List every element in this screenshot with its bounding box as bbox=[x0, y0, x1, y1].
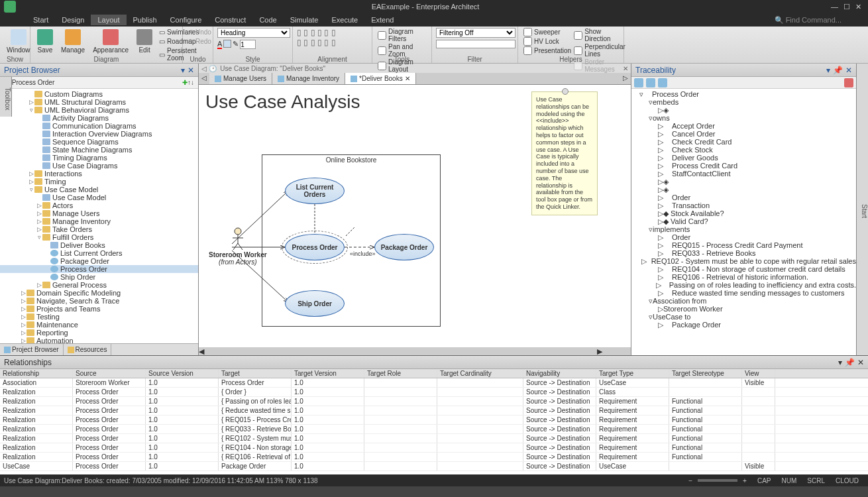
tree-item[interactable]: Deliver Books bbox=[0, 241, 198, 249]
trace-item[interactable]: ▷Check Stock bbox=[631, 146, 856, 154]
rel-row[interactable]: RealizationProcess Order1.0{ REQ015 - Pr… bbox=[0, 415, 868, 425]
tree-item[interactable]: Ship Order bbox=[0, 273, 198, 281]
app-menu-button[interactable] bbox=[4, 1, 16, 13]
rel-row[interactable]: RealizationProcess Order1.0{ Reduce wast… bbox=[0, 406, 868, 415]
project-tree[interactable]: Custom Diagrams▷UML Structural Diagrams▿… bbox=[0, 89, 198, 343]
rel-menu-icon[interactable]: ▾ bbox=[838, 358, 842, 367]
menu-design[interactable]: Design bbox=[55, 15, 91, 25]
diagram-filters-button[interactable]: Diagram Filters bbox=[376, 28, 427, 42]
trace-item[interactable]: ▷REQ102 - System must be able to cope wi… bbox=[631, 257, 856, 265]
rel-row[interactable]: AssociationStoreroom Worker1.0Process Or… bbox=[0, 378, 868, 388]
trace-item[interactable]: ▿Process Order bbox=[631, 90, 856, 98]
rel-col-header[interactable]: Target Cardinality bbox=[437, 369, 523, 378]
actor-storeroom-worker[interactable]: Storeroom Worker (from Actors) bbox=[209, 227, 267, 266]
tree-item[interactable]: ▿Use Case Model bbox=[0, 186, 198, 193]
menu-configure[interactable]: Configure bbox=[164, 15, 209, 25]
back-icon[interactable]: ◁ bbox=[201, 65, 207, 72]
horizontal-scrollbar[interactable]: ◀ ▶ bbox=[199, 347, 631, 355]
trace-item[interactable]: ▷Transaction bbox=[631, 201, 856, 209]
hv-lock-check[interactable]: HV Lock bbox=[522, 37, 572, 46]
next-tab-icon[interactable]: ▷ bbox=[620, 73, 631, 84]
trace-pin-icon[interactable]: 📌 bbox=[833, 66, 843, 75]
start-tab[interactable]: Start bbox=[856, 64, 868, 355]
trace-item[interactable]: ▿implements bbox=[631, 225, 856, 233]
menu-code[interactable]: Code bbox=[252, 15, 283, 25]
font-color-button[interactable]: A bbox=[217, 40, 222, 49]
tree-item[interactable]: ▷Manage Inventory bbox=[0, 217, 198, 225]
close-button[interactable]: ✕ bbox=[855, 3, 861, 11]
toolbox-tab[interactable]: Toolbox bbox=[0, 77, 12, 117]
trace-item[interactable]: ▷◆ Valid Card? bbox=[631, 217, 856, 225]
rel-row[interactable]: RealizationProcess Order1.0{ REQ106 - Re… bbox=[0, 453, 868, 462]
menu-start[interactable]: Start bbox=[27, 15, 55, 25]
appearance-button[interactable]: Appearance bbox=[90, 28, 131, 55]
trace-item[interactable]: ▷Passing on of roles leading to ineffici… bbox=[631, 281, 856, 289]
rel-col-header[interactable]: Navigability bbox=[523, 369, 596, 378]
tree-item[interactable]: ▷General Process bbox=[0, 281, 198, 289]
tree-item[interactable]: ▷Take Orders bbox=[0, 225, 198, 233]
tree-item[interactable]: Sequence Diagrams bbox=[0, 138, 198, 146]
tree-item[interactable]: ▷UML Structural Diagrams bbox=[0, 98, 198, 106]
new-icon[interactable]: ✚ bbox=[182, 79, 188, 86]
menu-layout[interactable]: Layout bbox=[91, 15, 126, 25]
rel-row[interactable]: RealizationProcess Order1.0{ REQ102 - Sy… bbox=[0, 434, 868, 443]
trace-item[interactable]: ▷Order bbox=[631, 193, 856, 201]
doc-tab[interactable]: Manage Inventory bbox=[272, 73, 345, 84]
filter-select[interactable]: Filtering Off bbox=[436, 28, 515, 38]
diagram-note[interactable]: Use Case relationships can be modeled us… bbox=[531, 91, 598, 215]
trace-menu-icon[interactable]: ▾ bbox=[826, 66, 830, 75]
minimize-button[interactable]: — bbox=[831, 3, 838, 11]
zoom-out-icon[interactable]: − bbox=[683, 477, 698, 484]
tree-item[interactable]: ▷Automation bbox=[0, 337, 198, 343]
trace-tool-icon[interactable] bbox=[634, 78, 643, 87]
tree-item[interactable]: ▷Domain Specific Modeling bbox=[0, 289, 198, 297]
show-direction-check[interactable]: Show Direction bbox=[572, 28, 627, 42]
traceability-tree[interactable]: ▿Process Order▿embeds▷◈▿owns▷Accept Orde… bbox=[631, 89, 856, 355]
tree-item[interactable]: ▷Maintenance bbox=[0, 321, 198, 329]
zoom-slider[interactable] bbox=[698, 479, 737, 482]
rel-col-header[interactable]: Relationship bbox=[0, 369, 73, 378]
menu-construct[interactable]: Construct bbox=[208, 15, 252, 25]
doc-tab[interactable]: Manage Users bbox=[209, 73, 272, 84]
tree-item[interactable]: ▷Projects and Teams bbox=[0, 305, 198, 313]
history-icon[interactable]: 🕑 bbox=[209, 65, 217, 72]
rel-row[interactable]: RealizationProcess Order1.0{ REQ033 - Re… bbox=[0, 425, 868, 434]
menu-simulate[interactable]: Simulate bbox=[284, 15, 325, 25]
tree-item[interactable]: ▷Actors bbox=[0, 201, 198, 209]
trace-item[interactable]: ▷Check Credit Card bbox=[631, 138, 856, 146]
trace-close-icon[interactable]: ✕ bbox=[845, 66, 852, 75]
trace-item[interactable]: ▷REQ015 - Process Credit Card Payment bbox=[631, 241, 856, 249]
tree-item[interactable]: Timing Diagrams bbox=[0, 154, 198, 162]
trace-item[interactable]: ▷Deliver Goods bbox=[631, 154, 856, 162]
rel-row[interactable]: RealizationProcess Order1.0{ Passing on … bbox=[0, 397, 868, 406]
trace-item[interactable]: ▷◈ bbox=[631, 106, 856, 114]
usecase-package-order[interactable]: Package Order bbox=[374, 234, 434, 260]
menu-execute[interactable]: Execute bbox=[325, 15, 364, 25]
tree-item[interactable]: List Current Orders bbox=[0, 249, 198, 257]
usecase-ship-order[interactable]: Ship Order bbox=[285, 290, 345, 317]
trace-item[interactable]: ▷REQ104 - Non storage of customer credit… bbox=[631, 265, 856, 273]
presentation-check[interactable]: Presentation bbox=[522, 46, 572, 55]
rel-col-header[interactable]: Source bbox=[73, 369, 146, 378]
sweeper-check[interactable]: Sweeper bbox=[522, 28, 572, 36]
manage-button[interactable]: Manage bbox=[58, 28, 87, 55]
rel-row[interactable]: RealizationProcess Order1.0{ Order }1.0S… bbox=[0, 388, 868, 397]
relationships-grid[interactable]: RelationshipSourceSource VersionTargetTa… bbox=[0, 369, 868, 474]
trace-item[interactable]: ▿Association from bbox=[631, 297, 856, 305]
doc-tab[interactable]: *Deliver Books ✕ bbox=[345, 73, 416, 84]
edit-button[interactable]: Edit bbox=[134, 28, 155, 55]
tree-item[interactable]: Custom Diagrams bbox=[0, 90, 198, 98]
tree-item[interactable]: ▷Timing bbox=[0, 178, 198, 186]
tree-item[interactable]: State Machine Diagrams bbox=[0, 146, 198, 154]
tree-item[interactable]: Interaction Overview Diagrams bbox=[0, 130, 198, 138]
rel-pin-icon[interactable]: 📌 bbox=[845, 358, 855, 367]
menu-publish[interactable]: Publish bbox=[127, 15, 164, 25]
rel-col-header[interactable]: Target Version bbox=[292, 369, 364, 378]
tree-item[interactable]: Process Order bbox=[0, 265, 198, 273]
trace-tool-icon[interactable] bbox=[658, 78, 667, 87]
tab-close-icon[interactable]: ✕ bbox=[405, 75, 410, 82]
tree-item[interactable]: ▿Fulfill Orders bbox=[0, 233, 198, 241]
trace-item[interactable]: ▷Reduce wasted time sending messages to … bbox=[631, 289, 856, 297]
rel-col-header[interactable]: View bbox=[742, 369, 775, 378]
trace-item[interactable]: ▿UseCase to bbox=[631, 313, 856, 321]
